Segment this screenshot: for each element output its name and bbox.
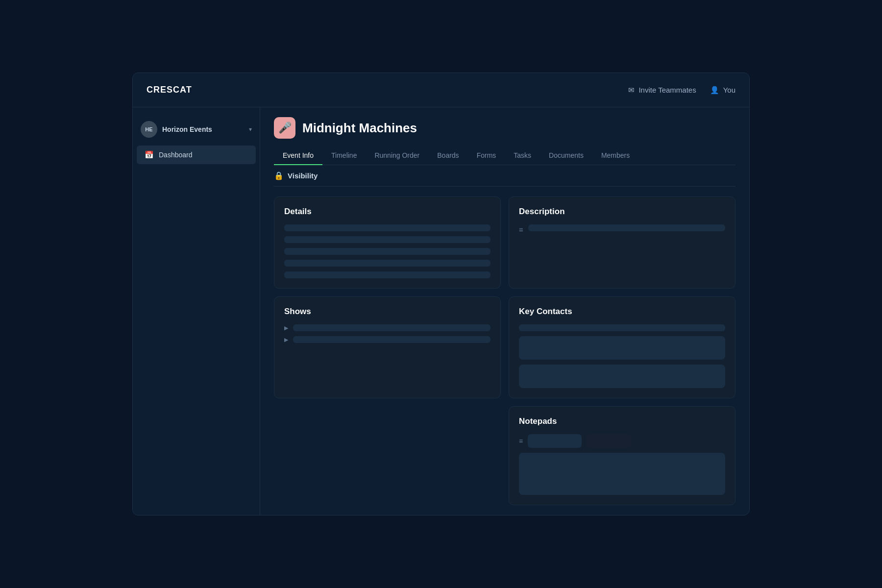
lock-icon: 🔒 — [274, 171, 284, 180]
notepad-tab-active[interactable] — [528, 434, 582, 448]
notepads-title: Notepads — [519, 416, 725, 426]
tab-tasks[interactable]: Tasks — [505, 147, 540, 165]
sidebar-item-label: Dashboard — [159, 151, 193, 159]
skeleton-bar — [525, 470, 719, 477]
body-layout: HE Horizon Events ▾ 📅 Dashboard 🎤 Midnig… — [133, 107, 749, 515]
section-bar: 🔒 Visibility — [274, 165, 735, 187]
key-contacts-card: Key Contacts — [509, 296, 735, 398]
list-icon: ≡ — [519, 225, 523, 234]
details-card: Details — [274, 196, 501, 289]
description-title: Description — [519, 207, 725, 217]
skeleton-bar-large — [519, 336, 725, 360]
mail-icon: ✉ — [628, 86, 635, 95]
key-contacts-title: Key Contacts — [519, 307, 725, 317]
tabs: Event Info Timeline Running Order Boards… — [274, 147, 735, 165]
details-title: Details — [284, 207, 490, 217]
tab-timeline[interactable]: Timeline — [322, 147, 366, 165]
play-icon: ▶ — [284, 337, 288, 343]
cards-grid: Details Description ≡ — [274, 196, 735, 505]
show-row: ▶ — [284, 324, 490, 331]
tab-members[interactable]: Members — [592, 147, 638, 165]
person-icon: 👤 — [710, 86, 719, 95]
calendar-icon: 📅 — [145, 150, 154, 159]
tab-running-order[interactable]: Running Order — [366, 147, 428, 165]
header: CRESCAT ✉ Invite Teammates 👤 You — [133, 73, 749, 107]
sidebar: HE Horizon Events ▾ 📅 Dashboard — [133, 107, 260, 515]
logo: CRESCAT — [147, 85, 192, 95]
tab-event-info[interactable]: Event Info — [274, 147, 322, 165]
tab-forms[interactable]: Forms — [468, 147, 505, 165]
shows-card: Shows ▶ ▶ — [274, 296, 501, 398]
notepad-icon: ≡ — [519, 437, 523, 445]
event-icon: 🎤 — [274, 117, 295, 139]
user-label: You — [723, 86, 735, 94]
sidebar-item-dashboard[interactable]: 📅 Dashboard — [137, 146, 256, 164]
skeleton-bar — [525, 459, 719, 466]
chevron-down-icon: ▾ — [249, 126, 252, 133]
org-selector[interactable]: HE Horizon Events ▾ — [133, 117, 260, 146]
section-label: Visibility — [288, 172, 318, 180]
description-card: Description ≡ — [509, 196, 735, 289]
play-icon: ▶ — [284, 325, 288, 331]
user-button[interactable]: 👤 You — [710, 86, 735, 95]
show-row: ▶ — [284, 336, 490, 343]
notepad-tabs-row: ≡ — [519, 434, 725, 448]
event-header: 🎤 Midnight Machines — [274, 117, 735, 139]
app-window: CRESCAT ✉ Invite Teammates 👤 You HE Hori… — [132, 73, 750, 515]
notepads-card: Notepads ≡ — [509, 406, 735, 505]
header-actions: ✉ Invite Teammates 👤 You — [628, 86, 735, 95]
skeleton-bar — [284, 260, 490, 267]
skeleton-bar-large — [519, 365, 725, 388]
microphone-icon: 🎤 — [278, 122, 292, 134]
skeleton-bar — [284, 224, 490, 231]
tab-documents[interactable]: Documents — [540, 147, 592, 165]
main-content: 🎤 Midnight Machines Event Info Timeline … — [260, 107, 749, 515]
skeleton-bar — [284, 271, 490, 278]
description-row: ≡ — [519, 224, 725, 234]
show-bar — [293, 324, 490, 331]
skeleton-bar — [284, 236, 490, 243]
org-name: Horizon Events — [162, 125, 244, 133]
shows-title: Shows — [284, 307, 490, 317]
invite-label: Invite Teammates — [638, 86, 696, 94]
org-avatar: HE — [141, 121, 157, 138]
description-bar — [528, 224, 725, 231]
skeleton-bar — [525, 482, 681, 489]
tab-boards[interactable]: Boards — [428, 147, 467, 165]
skeleton-bar — [284, 248, 490, 255]
skeleton-bar — [519, 324, 725, 331]
show-bar — [293, 336, 490, 343]
event-title: Midnight Machines — [302, 121, 417, 136]
invite-teammates-button[interactable]: ✉ Invite Teammates — [628, 86, 696, 95]
notepad-tab-inactive[interactable] — [587, 434, 631, 448]
